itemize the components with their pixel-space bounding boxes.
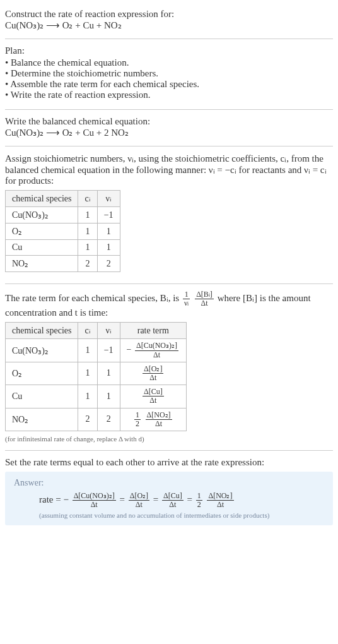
divider: [5, 146, 333, 146]
rate-frac: Δ[Cu(NO₃)₂] Δt: [135, 342, 178, 359]
frac-den: Δt: [135, 351, 178, 359]
cell-rate: 1 2 Δ[NO₂] Δt: [120, 408, 186, 431]
frac-den: Δt: [146, 420, 172, 428]
cell-species: Cu(NO₃)₂: [6, 207, 78, 224]
cell-species: NO₂: [6, 408, 78, 431]
divider: [5, 109, 333, 110]
frac-num: 1: [196, 492, 202, 501]
frac-den: 2: [196, 501, 202, 509]
frac-den: Δt: [143, 374, 163, 382]
plan-list: Balance the chemical equation. Determine…: [5, 57, 333, 100]
final-section: Set the rate terms equal to each other t…: [5, 453, 333, 530]
frac-num: 1: [134, 411, 141, 420]
prompt-equation: Cu(NO₃)₂ ⟶ O₂ + Cu + NO₂: [5, 20, 333, 31]
frac-num: Δ[NO₂]: [207, 492, 233, 501]
half-frac: 1 2: [134, 411, 141, 428]
stoich-table: chemical species cᵢ νᵢ Cu(NO₃)₂ 1 −1 O₂ …: [5, 190, 120, 272]
answer-term-3: Δ[Cu] Δt: [162, 492, 184, 509]
frac-num: Δ[Bᵢ]: [195, 290, 214, 299]
answer-term-4: Δ[NO₂] Δt: [207, 492, 233, 509]
cell-ci: 1: [78, 339, 97, 362]
stoich-section: Assign stoichiometric numbers, νᵢ, using…: [5, 149, 333, 281]
col-species: chemical species: [6, 191, 78, 207]
cell-ci: 1: [78, 207, 97, 224]
cell-vi: −1: [97, 339, 120, 362]
frac-den: Δt: [195, 299, 214, 307]
answer-term-2: Δ[O₂] Δt: [129, 492, 149, 509]
cell-vi: 1: [97, 224, 120, 240]
cell-vi: −1: [97, 207, 120, 224]
plan-item: Write the rate of reaction expression.: [5, 90, 333, 100]
cell-rate: − Δ[Cu(NO₃)₂] Δt: [120, 339, 186, 362]
rate-frac: Δ[NO₂] Δt: [146, 411, 172, 428]
cell-species: O₂: [6, 362, 78, 385]
frac-den: Δt: [143, 397, 164, 405]
frac-num: Δ[O₂]: [143, 365, 163, 374]
final-title: Set the rate terms equal to each other t…: [5, 457, 333, 468]
plan-title: Plan:: [5, 45, 333, 56]
table-header-row: chemical species cᵢ νᵢ rate term: [6, 323, 187, 339]
cell-species: Cu(NO₃)₂: [6, 339, 78, 362]
eq-sign: =: [119, 494, 127, 504]
col-ci: cᵢ: [78, 323, 97, 339]
rateterm-section: The rate term for each chemical species,…: [5, 287, 333, 448]
balanced-equation: Cu(NO₃)₂ ⟶ O₂ + Cu + 2 NO₂: [5, 127, 333, 138]
divider: [5, 283, 333, 284]
cell-ci: 1: [78, 385, 97, 408]
answer-box: Answer: rate = − Δ[Cu(NO₃)₂] Δt = Δ[O₂] …: [5, 472, 333, 525]
frac-den: Δt: [162, 501, 184, 509]
rateterm-frac-2: Δ[Bᵢ] Δt: [195, 290, 214, 307]
cell-vi: 1: [97, 362, 120, 385]
frac-den: Δt: [207, 501, 233, 509]
answer-expression: rate = − Δ[Cu(NO₃)₂] Δt = Δ[O₂] Δt = Δ[C…: [39, 492, 324, 509]
table-row: NO₂ 2 2: [6, 256, 120, 272]
frac-num: Δ[O₂]: [129, 492, 149, 501]
table-row: Cu(NO₃)₂ 1 −1 − Δ[Cu(NO₃)₂] Δt: [6, 339, 187, 362]
cell-ci: 2: [78, 256, 97, 272]
cell-vi: 2: [97, 256, 120, 272]
frac-den: Δt: [129, 501, 149, 509]
answer-half: 1 2: [196, 492, 202, 509]
table-row: Cu 1 1 Δ[Cu] Δt: [6, 385, 187, 408]
rate-prefix: −: [127, 345, 132, 354]
frac-num: 1: [183, 290, 190, 299]
cell-rate: Δ[O₂] Δt: [120, 362, 186, 385]
rateterm-table: chemical species cᵢ νᵢ rate term Cu(NO₃)…: [5, 322, 187, 431]
table-header-row: chemical species cᵢ νᵢ: [6, 191, 120, 207]
frac-num: Δ[Cu]: [162, 492, 184, 501]
rateterm-note: (for infinitesimal rate of change, repla…: [5, 435, 333, 443]
cell-species: NO₂: [6, 256, 78, 272]
answer-label: Answer:: [14, 478, 324, 488]
table-row: NO₂ 2 2 1 2 Δ[NO₂] Δt: [6, 408, 187, 431]
frac-num: Δ[Cu]: [143, 388, 164, 397]
col-rate: rate term: [120, 323, 186, 339]
table-row: O₂ 1 1: [6, 224, 120, 240]
cell-rate: Δ[Cu] Δt: [120, 385, 186, 408]
divider: [5, 39, 333, 39]
table-row: O₂ 1 1 Δ[O₂] Δt: [6, 362, 187, 385]
cell-ci: 2: [78, 408, 97, 431]
eq-sign: =: [153, 494, 161, 504]
balanced-title: Write the balanced chemical equation:: [5, 116, 333, 127]
plan-item: Balance the chemical equation.: [5, 57, 333, 68]
plan-item: Assemble the rate term for each chemical…: [5, 79, 333, 90]
frac-den: νᵢ: [183, 299, 190, 307]
cell-vi: 1: [97, 385, 120, 408]
answer-lead: rate = −: [39, 494, 69, 504]
divider: [5, 450, 333, 451]
frac-den: 2: [134, 420, 141, 428]
rate-frac: Δ[Cu] Δt: [143, 388, 164, 405]
cell-species: Cu: [6, 240, 78, 256]
plan-item: Determine the stoichiometric numbers.: [5, 68, 333, 79]
table-row: Cu(NO₃)₂ 1 −1: [6, 207, 120, 224]
frac-num: Δ[NO₂]: [146, 411, 172, 420]
cell-species: O₂: [6, 224, 78, 240]
rate-frac: Δ[O₂] Δt: [143, 365, 163, 382]
prompt-title: Construct the rate of reaction expressio…: [5, 9, 333, 20]
answer-assumption: (assuming constant volume and no accumul…: [39, 511, 324, 519]
prompt-section: Construct the rate of reaction expressio…: [5, 5, 333, 36]
table-row: Cu 1 1: [6, 240, 120, 256]
cell-ci: 1: [78, 240, 97, 256]
cell-vi: 1: [97, 240, 120, 256]
frac-den: Δt: [73, 501, 116, 509]
